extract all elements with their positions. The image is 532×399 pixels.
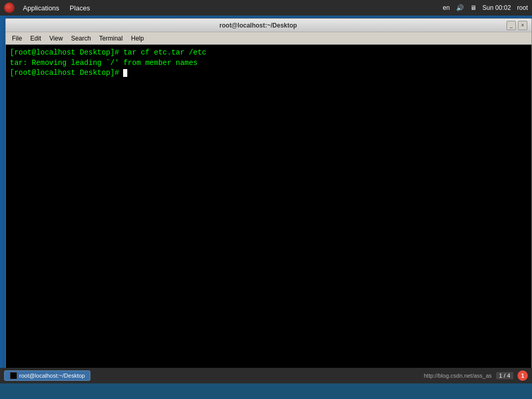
locale-indicator[interactable]: en [443, 4, 449, 11]
volume-icon[interactable]: 🔊 [456, 4, 464, 11]
terminal-line-1: [root@localhost Desktop]# tar cf etc.tar… [10, 48, 527, 58]
terminal-menu-edit[interactable]: Edit [26, 34, 45, 43]
terminal-controls: _ × [507, 21, 527, 30]
terminal-menu-view[interactable]: View [45, 34, 67, 43]
terminal-line-3: [root@localhost Desktop]# [10, 68, 527, 78]
display-icon[interactable]: 🖥 [470, 4, 476, 11]
terminal-menu-help[interactable]: Help [127, 34, 148, 43]
terminal-body[interactable]: [root@localhost Desktop]# tar cf etc.tar… [6, 45, 531, 378]
terminal-menu-terminal[interactable]: Terminal [95, 34, 127, 43]
taskbar-right: http://blog.csdn.net/ass_as 1 / 4 1 [424, 370, 528, 381]
taskbar-window-label: root@localhost:~/Desktop [19, 373, 85, 379]
gnome-logo[interactable] [4, 3, 15, 13]
top-panel-left: Applications Places [4, 3, 94, 13]
terminal-menubar: File Edit View Search Terminal Help [6, 32, 531, 45]
terminal-title: root@localhost:~/Desktop [10, 22, 507, 29]
desktop: home [0, 16, 532, 383]
taskbar-window-button[interactable]: root@localhost:~/Desktop [4, 370, 90, 381]
terminal-line-2: tar: Removing leading `/' from member na… [10, 58, 527, 69]
terminal-window: root@localhost:~/Desktop _ × File Edit V… [5, 18, 532, 378]
top-panel-right: en 🔊 🖥 Sun 00:02 root [443, 4, 528, 11]
minimize-button[interactable]: _ [507, 21, 516, 30]
close-button[interactable]: × [518, 21, 527, 30]
bottom-taskbar: root@localhost:~/Desktop http://blog.csd… [0, 368, 532, 383]
places-menu[interactable]: Places [65, 3, 94, 13]
taskbar-left: root@localhost:~/Desktop [4, 370, 90, 381]
taskbar-url: http://blog.csdn.net/ass_as [424, 373, 492, 379]
taskbar-notification-badge[interactable]: 1 [517, 370, 528, 381]
datetime-label: Sun 00:02 [483, 4, 511, 11]
user-label[interactable]: root [517, 4, 528, 11]
terminal-titlebar: root@localhost:~/Desktop _ × [6, 19, 531, 32]
terminal-menu-file[interactable]: File [8, 34, 26, 43]
terminal-cursor [123, 69, 127, 77]
top-panel: Applications Places en 🔊 🖥 Sun 00:02 roo… [0, 0, 532, 16]
taskbar-pager[interactable]: 1 / 4 [496, 372, 513, 379]
applications-menu[interactable]: Applications [19, 3, 63, 13]
terminal-menu-search[interactable]: Search [67, 34, 95, 43]
taskbar-window-icon [10, 372, 17, 379]
